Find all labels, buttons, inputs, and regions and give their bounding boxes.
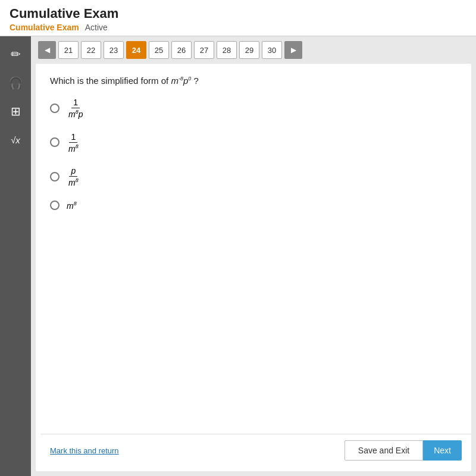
nav-num-29[interactable]: 29	[239, 41, 259, 59]
option-c[interactable]: p m8	[50, 166, 457, 187]
header: Cumulative Exam Cumulative Exam Active	[0, 0, 476, 36]
mark-return-link[interactable]: Mark this and return	[50, 446, 119, 455]
radio-a[interactable]	[50, 104, 60, 113]
radio-c[interactable]	[50, 172, 60, 181]
question-nav: ◀ 21 22 23 24 25 26 27 28 29 30 ▶	[31, 36, 476, 64]
nav-num-26[interactable]: 26	[171, 41, 192, 59]
save-exit-button[interactable]: Save and Exit	[345, 440, 423, 461]
question-text: Which is the simplified form of m-8p0 ?	[50, 76, 457, 86]
option-d[interactable]: m8	[50, 201, 457, 211]
fraction-b: 1 m8	[67, 132, 80, 154]
nav-num-28[interactable]: 28	[217, 41, 237, 59]
header-sub: Cumulative Exam Active	[10, 23, 466, 32]
page-title: Cumulative Exam	[10, 6, 466, 21]
nav-num-25[interactable]: 25	[149, 41, 169, 59]
next-button[interactable]: Next	[423, 440, 462, 461]
formula-icon[interactable]: √x	[2, 127, 29, 153]
pencil-icon[interactable]: ✏	[2, 41, 29, 67]
option-b[interactable]: 1 m8	[50, 132, 457, 154]
sidebar: ✏ 🎧 ⊞ √x	[0, 36, 31, 476]
calculator-icon[interactable]: ⊞	[2, 98, 29, 124]
content-area: ✏ 🎧 ⊞ √x ◀ 21 22 23 24 25 26 27 28 29 30…	[0, 36, 476, 476]
nav-num-24[interactable]: 24	[126, 41, 146, 59]
fraction-a: 1 m8p	[67, 98, 84, 119]
expr-d: m8	[67, 201, 77, 211]
main-container: Cumulative Exam Cumulative Exam Active ✏…	[0, 0, 476, 476]
nav-num-30[interactable]: 30	[262, 41, 282, 59]
breadcrumb: Cumulative Exam	[10, 23, 79, 32]
question-expression: m-8p0	[171, 76, 193, 86]
main-panel: ◀ 21 22 23 24 25 26 27 28 29 30 ▶ Which …	[31, 36, 476, 476]
nav-num-22[interactable]: 22	[81, 41, 101, 59]
status-badge: Active	[85, 23, 108, 32]
radio-d[interactable]	[50, 201, 60, 210]
radio-b[interactable]	[50, 137, 60, 147]
fraction-c: p m8	[67, 166, 80, 187]
nav-num-27[interactable]: 27	[194, 41, 214, 59]
bottom-bar: Mark this and return Save and Exit Next	[40, 434, 471, 466]
bottom-buttons: Save and Exit Next	[345, 440, 462, 461]
headphone-icon[interactable]: 🎧	[2, 70, 29, 96]
nav-num-21[interactable]: 21	[58, 41, 79, 59]
option-a[interactable]: 1 m8p	[50, 98, 457, 119]
nav-next-button[interactable]: ▶	[284, 41, 302, 59]
nav-num-23[interactable]: 23	[104, 41, 124, 59]
question-panel: Which is the simplified form of m-8p0 ? …	[36, 64, 471, 471]
nav-prev-button[interactable]: ◀	[38, 41, 56, 59]
